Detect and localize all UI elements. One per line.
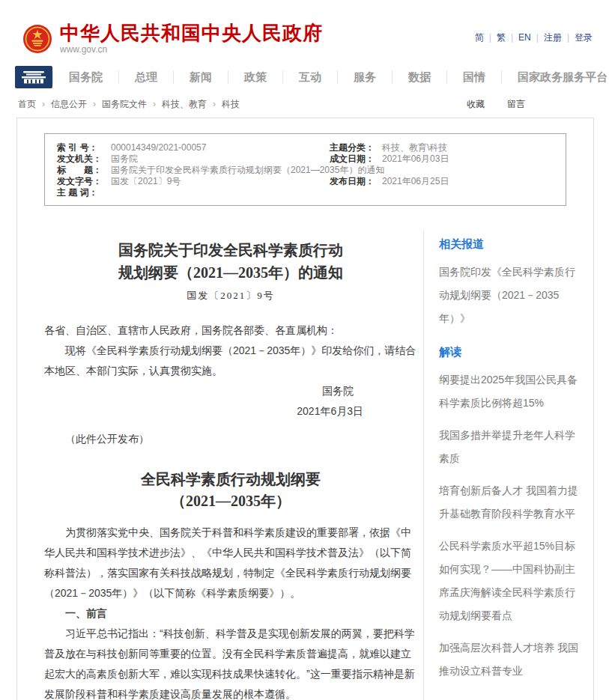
related-sidebar: 相关报道 国务院印发《全民科学素质行动规划纲要（2021－2035年）》 解读 … bbox=[423, 230, 593, 700]
meta-title-label: 标 题： bbox=[57, 165, 111, 176]
interpretation-heading: 解读 bbox=[439, 345, 583, 359]
document-number: 国发〔2021〕9号 bbox=[44, 289, 417, 302]
site-url: www.gov.cn bbox=[60, 44, 323, 55]
main-nav: 国务院 总理 新闻 政策 互动 服务 数据 国情 国家政务服务平台 bbox=[15, 64, 594, 89]
interpretation-link[interactable]: 纲要提出2025年我国公民具备科学素质比例将超15% bbox=[439, 368, 583, 415]
interpretation-link[interactable]: 培育创新后备人才 我国着力提升基础教育阶段科学教育水平 bbox=[439, 479, 583, 526]
quote-paragraph: 习近平总书记指出：“科技创新、科学普及是实现创新发展的两翼，要把科学普及放在与科… bbox=[44, 624, 417, 700]
nav-item-premier[interactable]: 总理 bbox=[118, 70, 173, 84]
meta-pub-date-label: 发布日期： bbox=[330, 176, 382, 187]
nav-item-gov-service-platform[interactable]: 国家政务服务平台 bbox=[501, 70, 609, 84]
lang-simplified-link[interactable]: 简 bbox=[475, 32, 497, 43]
meta-topic-label: 主题分类： bbox=[330, 142, 382, 153]
document-meta-table: 索 引 号： 000014349/2021-00057 主题分类： 科技、教育\… bbox=[44, 133, 566, 206]
meta-docno-label: 发文字号： bbox=[57, 176, 111, 187]
plan-title: 全民科学素质行动规划纲要 （2021—2035年） bbox=[44, 469, 417, 512]
home-tiananmen-icon[interactable] bbox=[15, 66, 52, 88]
meta-agency-label: 发文机关： bbox=[57, 153, 111, 165]
interpretation-link[interactable]: 公民科学素质水平超15%目标如何实现？——中国科协副主席孟庆海解读全民科学素质行… bbox=[439, 535, 583, 627]
interpretation-link[interactable]: 加强高层次科普人才培养 我国推动设立科普专业 bbox=[439, 636, 583, 683]
breadcrumb-info-disclosure[interactable]: 信息公开 bbox=[51, 98, 102, 111]
forward-paragraph: 现将《全民科学素质行动规划纲要（2021－2035年）》印发给你们，请结合本地区… bbox=[44, 341, 417, 381]
sign-date: 2021年6月3日 bbox=[44, 401, 417, 421]
meta-keywords-label: 主 题 词： bbox=[57, 187, 111, 198]
nav-item-national-conditions[interactable]: 国情 bbox=[446, 70, 501, 84]
site-header: 中华人民共和国中央人民政府 www.gov.cn 简繁EN注册登录 bbox=[0, 0, 609, 61]
meta-title-value: 国务院关于印发全民科学素质行动规划纲要（2021—2035年）的通知 bbox=[111, 165, 566, 176]
breadcrumb-state-council-docs[interactable]: 国务院文件 bbox=[102, 98, 162, 111]
document-body: 国务院关于印发全民科学素质行动 规划纲要（2021—2035年）的通知 国发〔2… bbox=[17, 230, 417, 700]
meta-written-date-value: 2021年06月03日 bbox=[382, 153, 566, 165]
breadcrumb: 首页 信息公开 国务院文件 科技、教育 科技 收藏 留言 bbox=[0, 89, 609, 118]
meta-written-date-label: 成文日期： bbox=[330, 153, 382, 165]
document-container: 索 引 号： 000014349/2021-00057 主题分类： 科技、教育\… bbox=[16, 118, 594, 700]
breadcrumb-home[interactable]: 首页 bbox=[18, 98, 51, 111]
favorite-link[interactable]: 收藏 bbox=[467, 98, 485, 111]
meta-keywords-value bbox=[111, 187, 566, 198]
interpretation-link[interactable]: 我国多措并举提升老年人科学素质 bbox=[439, 424, 583, 470]
basis-paragraph: 为贯彻落实党中央、国务院关于科普和科学素质建设的重要部署，依据《中华人民共和国科… bbox=[44, 523, 417, 603]
meta-docno-value: 国发〔2021〕9号 bbox=[111, 176, 330, 187]
nav-item-interaction[interactable]: 互动 bbox=[282, 70, 337, 84]
nav-item-data[interactable]: 数据 bbox=[392, 70, 446, 84]
site-title: 中华人民共和国中央人民政府 bbox=[60, 22, 323, 43]
meta-agency-value: 国务院 bbox=[111, 153, 330, 165]
section-1-heading: 一、前言 bbox=[44, 603, 417, 624]
register-link[interactable]: 注册 bbox=[544, 32, 575, 43]
lang-traditional-link[interactable]: 繁 bbox=[497, 32, 518, 43]
related-report-link[interactable]: 国务院印发《全民科学素质行动规划纲要（2021－2035年）》 bbox=[439, 261, 583, 330]
login-link[interactable]: 登录 bbox=[575, 32, 593, 43]
breadcrumb-sci[interactable]: 科技 bbox=[222, 98, 240, 111]
nav-item-state-council[interactable]: 国务院 bbox=[52, 70, 118, 84]
nav-item-news[interactable]: 新闻 bbox=[173, 70, 228, 84]
nav-item-policy[interactable]: 政策 bbox=[228, 70, 282, 84]
salutation: 各省、自治区、直辖市人民政府，国务院各部委、各直属机构： bbox=[44, 320, 417, 341]
breadcrumb-sci-edu[interactable]: 科技、教育 bbox=[162, 98, 222, 111]
meta-index-label: 索 引 号： bbox=[57, 142, 111, 153]
comment-link[interactable]: 留言 bbox=[507, 98, 525, 111]
meta-index-value: 000014349/2021-00057 bbox=[111, 142, 330, 153]
signer: 国务院 bbox=[44, 381, 417, 401]
header-utility-links: 简繁EN注册登录 bbox=[475, 31, 593, 44]
national-emblem-icon[interactable] bbox=[22, 24, 52, 54]
public-release-note: （此件公开发布） bbox=[44, 429, 417, 449]
meta-topic-value: 科技、教育\科技 bbox=[382, 142, 566, 153]
nav-item-services[interactable]: 服务 bbox=[337, 70, 392, 84]
meta-pub-date-value: 2021年06月25日 bbox=[382, 176, 566, 187]
related-reports-heading: 相关报道 bbox=[439, 237, 583, 252]
lang-english-link[interactable]: EN bbox=[518, 32, 544, 43]
document-title: 国务院关于印发全民科学素质行动 规划纲要（2021—2035年）的通知 bbox=[44, 239, 417, 284]
